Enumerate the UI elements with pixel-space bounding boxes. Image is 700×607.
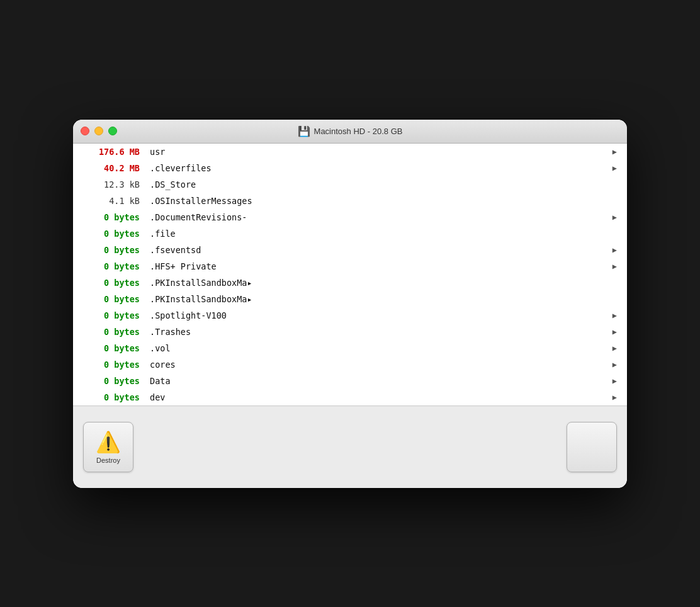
file-name: .fseventsd (150, 245, 610, 255)
file-name: .cleverfiles (150, 163, 610, 173)
file-size: 12.3 kB (83, 179, 140, 190)
table-row[interactable]: 0 bytescores▶ (73, 356, 627, 373)
file-name: .PKInstallSandboxMa▸ (150, 278, 617, 288)
file-name: .file (150, 229, 617, 239)
file-size: 0 bytes (83, 360, 140, 370)
table-row[interactable]: 12.3 kB.DS_Store (73, 176, 627, 193)
close-button[interactable] (81, 127, 89, 135)
table-row[interactable]: 0 bytesdev▶ (73, 389, 627, 406)
file-name: .DocumentRevisions- (150, 212, 610, 222)
window-inner: 💾 Macintosh HD - 20.8 GB 176.6 MBusr▶40.… (73, 120, 627, 488)
file-name: .DS_Store (150, 179, 617, 190)
minimize-button[interactable] (94, 127, 103, 135)
warning-icon: ⚠️ (96, 430, 121, 454)
disk-icon: 💾 (298, 125, 310, 137)
file-size: 0 bytes (83, 278, 140, 288)
chevron-right-icon: ▶ (612, 327, 617, 336)
chevron-right-icon: ▶ (612, 164, 617, 173)
chevron-right-icon: ▶ (612, 360, 617, 369)
blank-button[interactable] (567, 422, 617, 472)
chevron-right-icon: ▶ (612, 147, 617, 156)
table-row[interactable]: 0 bytes.Trashes▶ (73, 324, 627, 340)
file-size: 0 bytes (83, 294, 140, 304)
toolbar-area: ⚠️ Destroy (73, 406, 627, 488)
file-name: .HFS+ Private (150, 261, 610, 271)
table-row[interactable]: 176.6 MBusr▶ (73, 144, 627, 160)
chevron-right-icon: ▶ (612, 393, 617, 402)
table-row[interactable]: 0 bytes.Spotlight-V100▶ (73, 307, 627, 324)
file-name: usr (150, 147, 610, 157)
file-list: 176.6 MBusr▶40.2 MB.cleverfiles▶12.3 kB.… (73, 144, 627, 406)
file-name: .Spotlight-V100 (150, 310, 610, 321)
file-size: 0 bytes (83, 310, 140, 321)
file-name: .OSInstallerMessages (150, 196, 617, 206)
file-size: 0 bytes (83, 229, 140, 239)
file-size: 0 bytes (83, 212, 140, 222)
traffic-lights (81, 127, 117, 135)
destroy-label: Destroy (96, 457, 120, 464)
table-row[interactable]: 0 bytes.HFS+ Private▶ (73, 258, 627, 275)
table-row[interactable]: 0 bytes.vol▶ (73, 340, 627, 356)
table-row[interactable]: 0 bytesData▶ (73, 373, 627, 389)
chevron-right-icon: ▶ (612, 311, 617, 320)
file-size: 0 bytes (83, 376, 140, 386)
chevron-right-icon: ▶ (612, 377, 617, 385)
chevron-right-icon: ▶ (612, 246, 617, 254)
file-name: dev (150, 392, 610, 402)
chevron-right-icon: ▶ (612, 213, 617, 222)
file-name: .vol (150, 343, 610, 353)
chevron-right-icon: ▶ (612, 262, 617, 271)
file-size: 4.1 kB (83, 196, 140, 206)
file-name: Data (150, 376, 610, 386)
table-row[interactable]: 0 bytes.file (73, 225, 627, 242)
chevron-right-icon: ▶ (612, 344, 617, 353)
file-size: 0 bytes (83, 245, 140, 255)
titlebar-title: 💾 Macintosh HD - 20.8 GB (298, 125, 403, 137)
file-name: .PKInstallSandboxMa▸ (150, 294, 617, 304)
file-name: .Trashes (150, 327, 610, 337)
destroy-button[interactable]: ⚠️ Destroy (83, 422, 133, 472)
file-size: 176.6 MB (83, 147, 140, 157)
table-row[interactable]: 0 bytes.PKInstallSandboxMa▸ (73, 275, 627, 291)
titlebar: 💾 Macintosh HD - 20.8 GB (73, 120, 627, 144)
file-name: cores (150, 360, 610, 370)
title-text: Macintosh HD - 20.8 GB (314, 127, 403, 136)
maximize-button[interactable] (108, 127, 117, 135)
table-row[interactable]: 4.1 kB.OSInstallerMessages (73, 193, 627, 209)
table-row[interactable]: 0 bytes.DocumentRevisions-▶ (73, 209, 627, 225)
file-size: 0 bytes (83, 392, 140, 402)
file-size: 0 bytes (83, 261, 140, 271)
file-size: 0 bytes (83, 327, 140, 337)
table-row[interactable]: 0 bytes.PKInstallSandboxMa▸ (73, 291, 627, 307)
file-size: 0 bytes (83, 343, 140, 353)
table-row[interactable]: 40.2 MB.cleverfiles▶ (73, 160, 627, 176)
file-size: 40.2 MB (83, 163, 140, 173)
window: 💾 Macintosh HD - 20.8 GB 176.6 MBusr▶40.… (73, 120, 627, 488)
table-row[interactable]: 0 bytes.fseventsd▶ (73, 242, 627, 258)
